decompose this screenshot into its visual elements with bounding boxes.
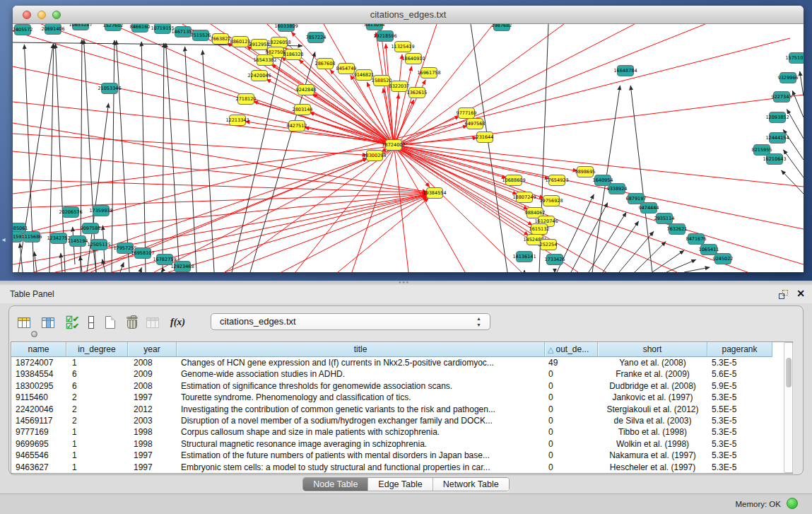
network-node[interactable]: 12923468 <box>170 262 194 272</box>
network-node[interactable]: 9777169 <box>457 108 477 119</box>
network-node[interactable]: 2718120 <box>236 94 257 105</box>
merge-rows-icon[interactable] <box>88 316 105 333</box>
function-builder-icon[interactable]: f(x) <box>170 317 187 334</box>
table-row[interactable]: 1872400712008Changes of HCN gene express… <box>11 357 772 368</box>
network-node[interactable]: 12213343 <box>225 115 249 126</box>
network-node[interactable]: 9242848 <box>296 85 317 95</box>
network-node[interactable]: 16033809 <box>274 24 298 32</box>
divider-handle-icon[interactable]: ● ● ● <box>397 281 410 284</box>
network-node[interactable]: 8466160 <box>130 24 151 33</box>
network-node[interactable]: 16543382 <box>253 55 276 66</box>
table-row[interactable]: 946362711997Embryonic stem cells: a mode… <box>11 462 772 473</box>
column-header-name[interactable]: name <box>11 342 66 357</box>
network-node[interactable]: 1362615 <box>407 88 428 98</box>
network-node[interactable]: 16961758 <box>417 68 440 78</box>
select-columns-icon[interactable] <box>42 317 59 334</box>
network-node[interactable]: 8427512 <box>287 121 307 132</box>
network-node[interactable]: 19218596 <box>373 31 396 42</box>
network-node[interactable]: 2935114 <box>654 214 675 224</box>
table-row[interactable]: 911546021997Tourette syndrome. Phenomeno… <box>11 392 772 403</box>
network-node[interactable]: 6497568 <box>465 119 486 129</box>
network-node[interactable]: 22420046 <box>247 71 271 81</box>
table-row[interactable]: 1456911722003Disruption of a novel membe… <box>11 415 772 426</box>
network-node[interactable]: 9245022 <box>713 254 734 264</box>
table-row[interactable]: 977716911998Corpus callosum shape and si… <box>11 426 772 438</box>
network-node[interactable]: 231644 <box>476 132 494 143</box>
select-rows-icon[interactable]: ☑✔☑✔ <box>66 316 83 333</box>
network-window-titlebar[interactable]: citations_edges.txt <box>13 6 804 24</box>
network-node[interactable]: 17359938 <box>89 206 112 216</box>
network-node[interactable]: 16958107 <box>131 248 154 259</box>
network-node[interactable]: 18640910 <box>401 54 425 64</box>
float-panel-icon[interactable] <box>779 290 788 299</box>
network-node[interactable]: 10653287 <box>69 24 92 30</box>
tab-node-table[interactable]: Node Table <box>303 478 368 491</box>
network-node[interactable]: 12444154 <box>765 133 789 144</box>
network-node[interactable]: 16648784 <box>613 66 637 76</box>
tab-edge-table[interactable]: Edge Table <box>368 478 433 491</box>
network-node[interactable]: 1527602 <box>103 24 124 31</box>
column-header-pagerank[interactable]: pagerank <box>707 342 772 357</box>
network-node[interactable]: 20206576 <box>59 207 82 218</box>
table-row[interactable]: 1830029562008Estimation of significance … <box>11 380 772 392</box>
network-node[interactable]: 14136141 <box>512 252 536 262</box>
column-header-short[interactable]: short <box>598 342 707 357</box>
column-header-year[interactable]: year <box>128 342 177 357</box>
network-node[interactable]: 9227343 <box>772 92 792 103</box>
network-node[interactable]: 11325419 <box>391 42 414 52</box>
network-node[interactable]: 18724007 <box>382 140 405 151</box>
network-node[interactable]: 7632621 <box>667 224 688 235</box>
network-node[interactable]: 9329966 <box>778 73 799 83</box>
network-node[interactable]: 252254 <box>540 240 558 250</box>
column-header-in_degree[interactable]: in_degree <box>66 342 128 357</box>
table-scrollbar[interactable] <box>784 342 793 473</box>
column-header-out_de[interactable]: △ out_de... <box>545 342 598 357</box>
network-canvas[interactable]: 2405572206914061065328715276028466160107… <box>13 24 804 272</box>
network-node[interactable]: 16782759 <box>153 255 176 265</box>
network-node[interactable]: 1145194 <box>68 236 88 247</box>
column-header-title[interactable]: title <box>177 342 545 357</box>
network-node[interactable]: 15751074 <box>785 53 804 64</box>
network-node[interactable]: 9474444 <box>639 203 659 214</box>
network-node[interactable]: 39159 <box>13 232 23 243</box>
table-row[interactable]: 1938455462009Genome-wide association stu… <box>11 368 772 380</box>
network-node[interactable]: 1065411 <box>699 245 719 255</box>
network-node[interactable]: 19384554 <box>423 188 446 199</box>
table-row[interactable]: 969969511998Structural magnetic resonanc… <box>11 438 772 450</box>
network-node[interactable]: 1733426 <box>545 255 565 265</box>
network-node[interactable]: 2405572 <box>13 25 33 35</box>
network-node[interactable]: 10688609 <box>502 175 525 186</box>
network-node[interactable]: 7857224 <box>306 33 326 43</box>
table-row[interactable]: 2242004622012Investigating the contribut… <box>11 404 772 415</box>
network-node[interactable]: 21053346 <box>98 83 121 94</box>
network-node[interactable]: 2987682 <box>492 24 512 31</box>
network-node[interactable]: 9338924 <box>607 184 628 194</box>
delete-table-icon[interactable] <box>126 315 143 332</box>
network-node[interactable]: 18226058 <box>267 37 290 48</box>
network-node[interactable]: 18300295 <box>363 151 386 161</box>
table-settings-icon[interactable] <box>18 317 35 334</box>
new-document-icon[interactable] <box>105 316 122 333</box>
network-node[interactable]: 18807249 <box>512 192 536 203</box>
network-node[interactable]: 9097588 <box>81 223 101 234</box>
network-node[interactable]: 1115686 <box>22 232 42 243</box>
table-row[interactable]: 946554611997Estimation of the future num… <box>11 450 772 461</box>
network-node[interactable]: 8860123 <box>230 37 251 47</box>
table-select-dropdown[interactable]: citations_edges.txt ▲▼ <box>211 313 490 330</box>
network-node[interactable]: 8912955 <box>249 40 270 50</box>
close-panel-icon[interactable]: ✕ <box>796 288 805 299</box>
network-node[interactable]: 7663822 <box>211 34 231 45</box>
network-node[interactable]: 8186328 <box>283 49 304 60</box>
network-node[interactable]: 7515526 <box>191 30 211 41</box>
network-node[interactable]: 16210643 <box>763 154 786 165</box>
network-node[interactable]: 19756928 <box>539 196 563 206</box>
network-node[interactable]: 2867608 <box>315 59 336 69</box>
tab-network-table[interactable]: Network Table <box>433 478 509 491</box>
network-node[interactable]: 9898695 <box>575 167 596 177</box>
network-node[interactable]: 17654923 <box>545 175 568 186</box>
network-node[interactable]: 12093852 <box>765 112 789 123</box>
network-node[interactable]: 8471676 <box>686 234 707 245</box>
panel-collapse-arrow-icon[interactable]: ◂ <box>0 233 7 246</box>
network-node[interactable]: 20691406 <box>41 24 64 35</box>
network-node[interactable]: 1615132 <box>529 224 550 235</box>
